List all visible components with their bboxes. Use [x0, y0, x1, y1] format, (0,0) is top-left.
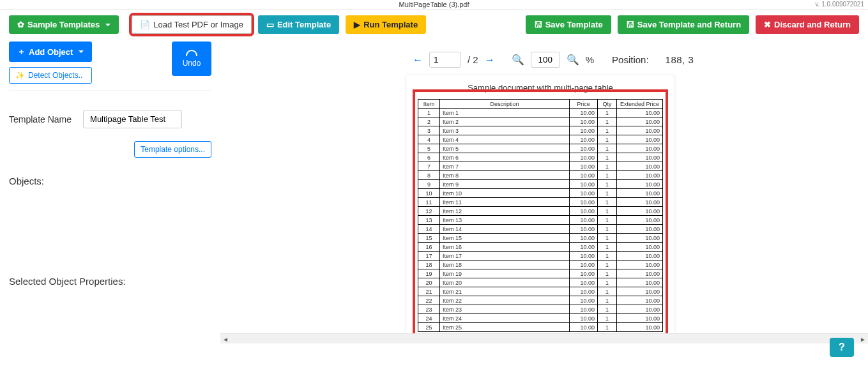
cell-description: Item 13 — [440, 216, 570, 225]
cell-qty: 1 — [598, 243, 617, 252]
scroll-right-button[interactable]: ► — [858, 334, 868, 343]
cell-extended: 10.00 — [617, 171, 663, 180]
cell-description: Item 15 — [440, 234, 570, 243]
cell-price: 10.00 — [570, 323, 598, 332]
edit-icon: ▭ — [266, 20, 274, 29]
cell-description: Item 9 — [440, 180, 570, 189]
save-return-button[interactable]: 🖫 Save Template and Return — [618, 15, 749, 34]
position-label: Position: — [612, 54, 649, 65]
table-header-row: Item Description Price Qty Extended Pric… — [418, 100, 663, 109]
cell-price: 10.00 — [570, 225, 598, 234]
cell-item: 25 — [418, 323, 440, 332]
cell-extended: 10.00 — [617, 189, 663, 198]
cell-qty: 1 — [598, 117, 617, 126]
run-template-label: Run Template — [363, 20, 418, 29]
cell-price: 10.00 — [570, 234, 598, 243]
edit-template-button[interactable]: ▭ Edit Template — [258, 15, 339, 34]
cell-item: 18 — [418, 260, 440, 269]
cell-item: 23 — [418, 305, 440, 314]
cell-price: 10.00 — [570, 180, 598, 189]
cell-description: Item 2 — [440, 117, 570, 126]
zoom-in-button[interactable]: 🔍 — [567, 54, 579, 66]
cell-qty: 1 — [598, 171, 617, 180]
undo-label: Undo — [183, 59, 201, 68]
run-template-button[interactable]: ▶ Run Template — [346, 15, 426, 34]
table-row: 25Item 2510.00110.00 — [418, 323, 663, 332]
play-icon: ▶ — [354, 20, 360, 29]
table-row: 13Item 1310.00110.00 — [418, 216, 663, 225]
table-row: 9Item 910.00110.00 — [418, 180, 663, 189]
detect-objects-button[interactable]: ✨ Detect Objects.. — [9, 67, 92, 84]
save-icon: 🖫 — [626, 20, 634, 29]
cell-extended: 10.00 — [617, 296, 663, 305]
page-number-input[interactable] — [429, 52, 461, 68]
cell-item: 4 — [418, 135, 440, 144]
close-icon: ✖ — [764, 20, 771, 29]
col-description: Description — [440, 100, 570, 109]
cell-price: 10.00 — [570, 260, 598, 269]
pdf-icon: 📄 — [140, 20, 150, 29]
next-page-button[interactable]: → — [485, 54, 495, 66]
cell-price: 10.00 — [570, 252, 598, 260]
col-price: Price — [570, 100, 598, 109]
cell-price: 10.00 — [570, 126, 598, 135]
cell-description: Item 12 — [440, 207, 570, 216]
cell-extended: 10.00 — [617, 153, 663, 162]
cell-item: 7 — [418, 162, 440, 171]
load-test-button[interactable]: 📄 Load Test PDF or Image — [132, 15, 252, 34]
table-row: 24Item 2410.00110.00 — [418, 314, 663, 323]
save-return-label: Save Template and Return — [637, 20, 741, 29]
discard-return-button[interactable]: ✖ Discard and Return — [756, 15, 859, 34]
cell-price: 10.00 — [570, 144, 598, 153]
cell-price: 10.00 — [570, 287, 598, 296]
cell-extended: 10.00 — [617, 234, 663, 243]
horizontal-scrollbar[interactable]: ◄ ► — [220, 333, 868, 343]
cell-qty: 1 — [598, 314, 617, 323]
cell-extended: 10.00 — [617, 243, 663, 252]
sample-templates-dropdown[interactable]: ✿ Sample Templates — [9, 15, 119, 34]
page-total-label: / 2 — [468, 54, 478, 65]
help-button[interactable]: ? — [830, 338, 854, 343]
cell-price: 10.00 — [570, 269, 598, 278]
cell-description: Item 17 — [440, 252, 570, 260]
save-icon: 🖫 — [534, 20, 542, 29]
table-row: 20Item 2010.00110.00 — [418, 278, 663, 287]
table-row: 19Item 1910.00110.00 — [418, 269, 663, 278]
main-toolbar: ✿ Sample Templates 📄 Load Test PDF or Im… — [0, 10, 868, 39]
table-row: 22Item 2210.00110.00 — [418, 296, 663, 305]
cell-item: 12 — [418, 207, 440, 216]
save-template-button[interactable]: 🖫 Save Template — [526, 15, 611, 34]
table-row: 2Item 210.00110.00 — [418, 117, 663, 126]
prev-page-button[interactable]: ← — [413, 54, 423, 66]
scroll-left-button[interactable]: ◄ — [220, 334, 231, 343]
document-page[interactable]: Sample document with multi-page table It… — [406, 75, 674, 333]
zoom-out-button[interactable]: 🔍 — [512, 54, 524, 66]
cell-item: 11 — [418, 198, 440, 207]
left-panel: ＋ Add Object ✨ Detect Objects.. Undo Tem… — [0, 39, 220, 287]
cell-item: 8 — [418, 171, 440, 180]
table-row: 7Item 710.00110.00 — [418, 162, 663, 171]
cell-qty: 1 — [598, 296, 617, 305]
table-row: 11Item 1110.00110.00 — [418, 198, 663, 207]
table-row: 10Item 1010.00110.00 — [418, 189, 663, 198]
cell-qty: 1 — [598, 278, 617, 287]
cell-qty: 1 — [598, 252, 617, 260]
cell-description: Item 5 — [440, 144, 570, 153]
add-object-dropdown[interactable]: ＋ Add Object — [9, 42, 92, 62]
template-options-button[interactable]: Template options... — [134, 141, 211, 158]
cell-price: 10.00 — [570, 162, 598, 171]
table-row: 17Item 1710.00110.00 — [418, 252, 663, 260]
cell-price: 10.00 — [570, 135, 598, 144]
cell-description: Item 1 — [440, 109, 570, 117]
cell-extended: 10.00 — [617, 126, 663, 135]
cell-price: 10.00 — [570, 153, 598, 162]
cell-price: 10.00 — [570, 305, 598, 314]
cell-price: 10.00 — [570, 296, 598, 305]
cell-price: 10.00 — [570, 117, 598, 126]
cell-item: 19 — [418, 269, 440, 278]
zoom-input[interactable] — [531, 52, 560, 68]
undo-button[interactable]: Undo — [172, 42, 211, 76]
template-name-input[interactable] — [83, 110, 182, 128]
cell-extended: 10.00 — [617, 216, 663, 225]
cell-price: 10.00 — [570, 171, 598, 180]
